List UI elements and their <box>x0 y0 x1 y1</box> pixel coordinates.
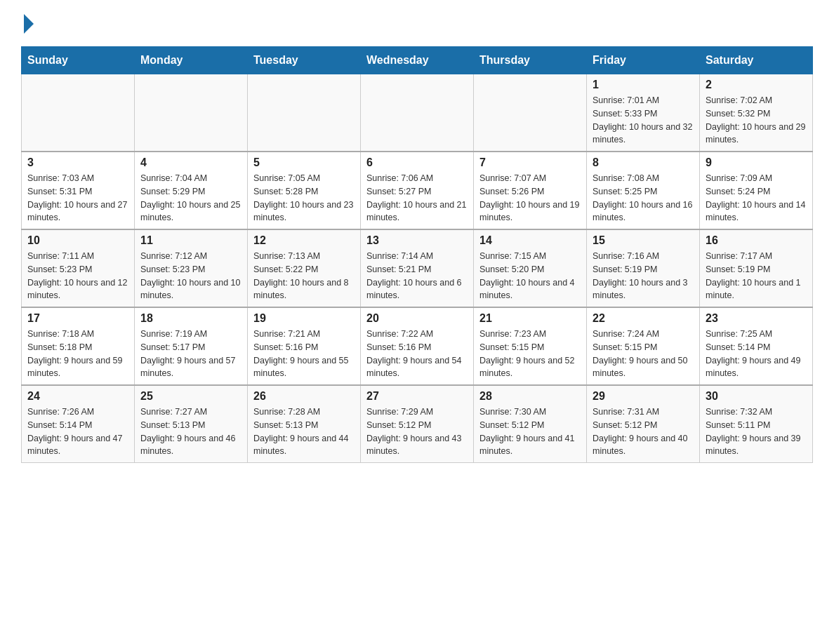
calendar-cell: 30Sunrise: 7:32 AMSunset: 5:11 PMDayligh… <box>700 385 813 463</box>
calendar-cell: 15Sunrise: 7:16 AMSunset: 5:19 PMDayligh… <box>587 229 700 307</box>
calendar-cell: 17Sunrise: 7:18 AMSunset: 5:18 PMDayligh… <box>22 307 135 385</box>
day-info: Sunrise: 7:24 AMSunset: 5:15 PMDaylight:… <box>593 328 694 380</box>
day-info: Sunrise: 7:29 AMSunset: 5:12 PMDaylight:… <box>366 405 468 458</box>
day-number: 23 <box>706 312 807 325</box>
day-number: 15 <box>593 234 694 247</box>
calendar-cell: 5Sunrise: 7:05 AMSunset: 5:28 PMDaylight… <box>248 152 361 229</box>
calendar-cell: 8Sunrise: 7:08 AMSunset: 5:25 PMDaylight… <box>587 152 700 229</box>
day-info: Sunrise: 7:32 AMSunset: 5:11 PMDaylight:… <box>706 405 807 458</box>
day-number: 19 <box>253 312 355 325</box>
day-number: 9 <box>706 156 807 169</box>
day-info: Sunrise: 7:21 AMSunset: 5:16 PMDaylight:… <box>253 328 355 380</box>
calendar-cell: 25Sunrise: 7:27 AMSunset: 5:13 PMDayligh… <box>135 385 248 463</box>
calendar-cell: 9Sunrise: 7:09 AMSunset: 5:24 PMDaylight… <box>700 152 813 229</box>
calendar-cell: 12Sunrise: 7:13 AMSunset: 5:22 PMDayligh… <box>248 229 361 307</box>
weekday-header-saturday: Saturday <box>700 47 813 74</box>
day-info: Sunrise: 7:12 AMSunset: 5:23 PMDaylight:… <box>140 250 241 302</box>
day-number: 3 <box>27 156 128 169</box>
day-number: 30 <box>706 390 807 403</box>
day-info: Sunrise: 7:25 AMSunset: 5:14 PMDaylight:… <box>706 328 807 380</box>
day-info: Sunrise: 7:04 AMSunset: 5:29 PMDaylight:… <box>140 172 241 224</box>
calendar-cell: 7Sunrise: 7:07 AMSunset: 5:26 PMDaylight… <box>474 152 587 229</box>
day-number: 14 <box>479 234 581 247</box>
day-number: 26 <box>253 390 355 403</box>
day-info: Sunrise: 7:17 AMSunset: 5:19 PMDaylight:… <box>706 250 807 302</box>
calendar-cell <box>22 74 135 152</box>
day-number: 8 <box>593 156 694 169</box>
calendar-cell: 6Sunrise: 7:06 AMSunset: 5:27 PMDaylight… <box>361 152 474 229</box>
day-number: 17 <box>27 312 128 325</box>
calendar-cell <box>361 74 474 152</box>
day-info: Sunrise: 7:31 AMSunset: 5:12 PMDaylight:… <box>593 405 694 458</box>
calendar-cell: 2Sunrise: 7:02 AMSunset: 5:32 PMDaylight… <box>700 74 813 152</box>
day-info: Sunrise: 7:01 AMSunset: 5:33 PMDaylight:… <box>593 94 694 147</box>
day-number: 24 <box>27 390 128 403</box>
day-info: Sunrise: 7:05 AMSunset: 5:28 PMDaylight:… <box>253 172 355 224</box>
day-number: 16 <box>706 234 807 247</box>
calendar-cell: 28Sunrise: 7:30 AMSunset: 5:12 PMDayligh… <box>474 385 587 463</box>
day-number: 20 <box>366 312 468 325</box>
day-info: Sunrise: 7:14 AMSunset: 5:21 PMDaylight:… <box>366 250 468 302</box>
calendar-cell <box>135 74 248 152</box>
day-number: 10 <box>27 234 128 247</box>
calendar-cell <box>474 74 587 152</box>
day-info: Sunrise: 7:22 AMSunset: 5:16 PMDaylight:… <box>366 328 468 380</box>
calendar-cell: 26Sunrise: 7:28 AMSunset: 5:13 PMDayligh… <box>248 385 361 463</box>
logo-triangle-icon <box>24 14 34 34</box>
calendar-table: SundayMondayTuesdayWednesdayThursdayFrid… <box>21 46 813 463</box>
weekday-header-wednesday: Wednesday <box>361 47 474 74</box>
calendar-cell: 18Sunrise: 7:19 AMSunset: 5:17 PMDayligh… <box>135 307 248 385</box>
day-info: Sunrise: 7:03 AMSunset: 5:31 PMDaylight:… <box>27 172 128 224</box>
day-info: Sunrise: 7:23 AMSunset: 5:15 PMDaylight:… <box>479 328 581 380</box>
logo[interactable] <box>21 14 34 32</box>
calendar-week-row: 1Sunrise: 7:01 AMSunset: 5:33 PMDaylight… <box>22 74 813 152</box>
day-number: 11 <box>140 234 241 247</box>
day-number: 29 <box>593 390 694 403</box>
calendar-cell: 1Sunrise: 7:01 AMSunset: 5:33 PMDaylight… <box>587 74 700 152</box>
calendar-header: SundayMondayTuesdayWednesdayThursdayFrid… <box>22 47 813 74</box>
day-info: Sunrise: 7:13 AMSunset: 5:22 PMDaylight:… <box>253 250 355 302</box>
calendar-week-row: 10Sunrise: 7:11 AMSunset: 5:23 PMDayligh… <box>22 229 813 307</box>
day-number: 21 <box>479 312 581 325</box>
weekday-header-thursday: Thursday <box>474 47 587 74</box>
day-number: 27 <box>366 390 468 403</box>
calendar-cell: 16Sunrise: 7:17 AMSunset: 5:19 PMDayligh… <box>700 229 813 307</box>
calendar-cell: 4Sunrise: 7:04 AMSunset: 5:29 PMDaylight… <box>135 152 248 229</box>
calendar-week-row: 3Sunrise: 7:03 AMSunset: 5:31 PMDaylight… <box>22 152 813 229</box>
day-info: Sunrise: 7:18 AMSunset: 5:18 PMDaylight:… <box>27 328 128 380</box>
calendar-week-row: 17Sunrise: 7:18 AMSunset: 5:18 PMDayligh… <box>22 307 813 385</box>
day-number: 12 <box>253 234 355 247</box>
day-info: Sunrise: 7:30 AMSunset: 5:12 PMDaylight:… <box>479 405 581 458</box>
weekday-header-tuesday: Tuesday <box>248 47 361 74</box>
weekday-header-friday: Friday <box>587 47 700 74</box>
day-number: 25 <box>140 390 241 403</box>
calendar-cell: 22Sunrise: 7:24 AMSunset: 5:15 PMDayligh… <box>587 307 700 385</box>
day-info: Sunrise: 7:06 AMSunset: 5:27 PMDaylight:… <box>366 172 468 224</box>
day-info: Sunrise: 7:07 AMSunset: 5:26 PMDaylight:… <box>479 172 581 224</box>
calendar-cell: 10Sunrise: 7:11 AMSunset: 5:23 PMDayligh… <box>22 229 135 307</box>
day-number: 22 <box>593 312 694 325</box>
page-header <box>21 14 813 32</box>
calendar-cell <box>248 74 361 152</box>
day-info: Sunrise: 7:26 AMSunset: 5:14 PMDaylight:… <box>27 405 128 458</box>
day-info: Sunrise: 7:11 AMSunset: 5:23 PMDaylight:… <box>27 250 128 302</box>
calendar-cell: 19Sunrise: 7:21 AMSunset: 5:16 PMDayligh… <box>248 307 361 385</box>
weekday-header-row: SundayMondayTuesdayWednesdayThursdayFrid… <box>22 47 813 74</box>
day-info: Sunrise: 7:02 AMSunset: 5:32 PMDaylight:… <box>706 94 807 147</box>
calendar-cell: 23Sunrise: 7:25 AMSunset: 5:14 PMDayligh… <box>700 307 813 385</box>
day-number: 13 <box>366 234 468 247</box>
calendar-cell: 13Sunrise: 7:14 AMSunset: 5:21 PMDayligh… <box>361 229 474 307</box>
calendar-cell: 14Sunrise: 7:15 AMSunset: 5:20 PMDayligh… <box>474 229 587 307</box>
day-number: 6 <box>366 156 468 169</box>
day-info: Sunrise: 7:08 AMSunset: 5:25 PMDaylight:… <box>593 172 694 224</box>
day-number: 2 <box>706 79 807 91</box>
day-info: Sunrise: 7:19 AMSunset: 5:17 PMDaylight:… <box>140 328 241 380</box>
calendar-cell: 20Sunrise: 7:22 AMSunset: 5:16 PMDayligh… <box>361 307 474 385</box>
day-info: Sunrise: 7:15 AMSunset: 5:20 PMDaylight:… <box>479 250 581 302</box>
calendar-cell: 11Sunrise: 7:12 AMSunset: 5:23 PMDayligh… <box>135 229 248 307</box>
day-info: Sunrise: 7:28 AMSunset: 5:13 PMDaylight:… <box>253 405 355 458</box>
calendar-cell: 24Sunrise: 7:26 AMSunset: 5:14 PMDayligh… <box>22 385 135 463</box>
day-info: Sunrise: 7:27 AMSunset: 5:13 PMDaylight:… <box>140 405 241 458</box>
day-number: 5 <box>253 156 355 169</box>
day-number: 1 <box>593 79 694 91</box>
